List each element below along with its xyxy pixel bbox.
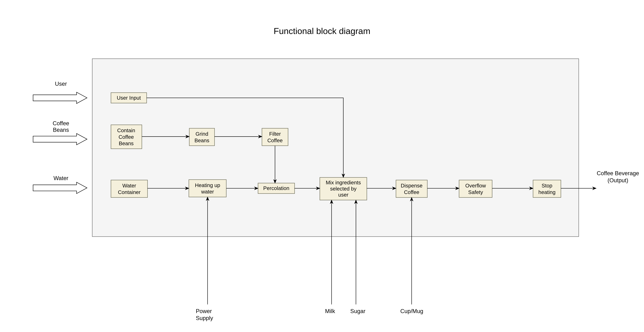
block-heat-l2: water (201, 189, 214, 195)
block-contain-l3: Beans (119, 140, 134, 146)
block-overflow-l2: Safety (468, 189, 483, 195)
input-coffee-arrow (33, 133, 87, 145)
block-filter-l1: Filter (269, 131, 281, 137)
block-grind-l1: Grind (196, 131, 208, 137)
block-percolation-text: Percolation (263, 185, 290, 191)
block-stop-l1: Stop (542, 183, 552, 189)
output-l2: (Output) (608, 177, 628, 183)
block-water-l1: Water (122, 183, 136, 189)
input-power-l2: Supply (196, 315, 213, 321)
block-dispense-l2: Coffee (404, 189, 419, 195)
input-milk-label: Milk (325, 308, 335, 314)
block-overflow-l1: Overflow (465, 183, 486, 189)
block-mix-l2: selected by (330, 186, 357, 192)
input-water-arrow (33, 182, 87, 194)
block-stop-l2: heating (538, 189, 556, 195)
input-cup-label: Cup/Mug (400, 308, 423, 314)
block-heat-l1: Heating up (195, 182, 220, 188)
input-water-label: Water (54, 175, 68, 181)
functional-block-diagram: Functional block diagram User Coffee Bea… (0, 0, 644, 332)
input-coffee-label-l2: Beans (53, 127, 69, 133)
block-mix-l1: Mix ingredients (326, 180, 361, 186)
block-contain-l1: Contain (117, 127, 135, 133)
input-sugar-label: Sugar (350, 308, 366, 314)
block-dispense-l1: Dispense (401, 183, 422, 189)
diagram-title: Functional block diagram (274, 26, 370, 36)
block-filter-l2: Coffee (268, 137, 283, 143)
input-power-l1: Power (196, 308, 212, 314)
block-contain-l2: Coffee (118, 134, 134, 140)
block-mix-l3: user (338, 192, 348, 198)
input-coffee-label-l1: Coffee (53, 120, 69, 126)
block-user-input-text: User Input (117, 95, 141, 101)
output-l1: Coffee Beverage (597, 170, 639, 176)
input-user-arrow (33, 92, 87, 103)
block-grind-l2: Beans (194, 137, 209, 143)
block-water-l2: Container (118, 189, 141, 195)
input-user-label: User (55, 81, 67, 87)
system-boundary (92, 59, 579, 237)
